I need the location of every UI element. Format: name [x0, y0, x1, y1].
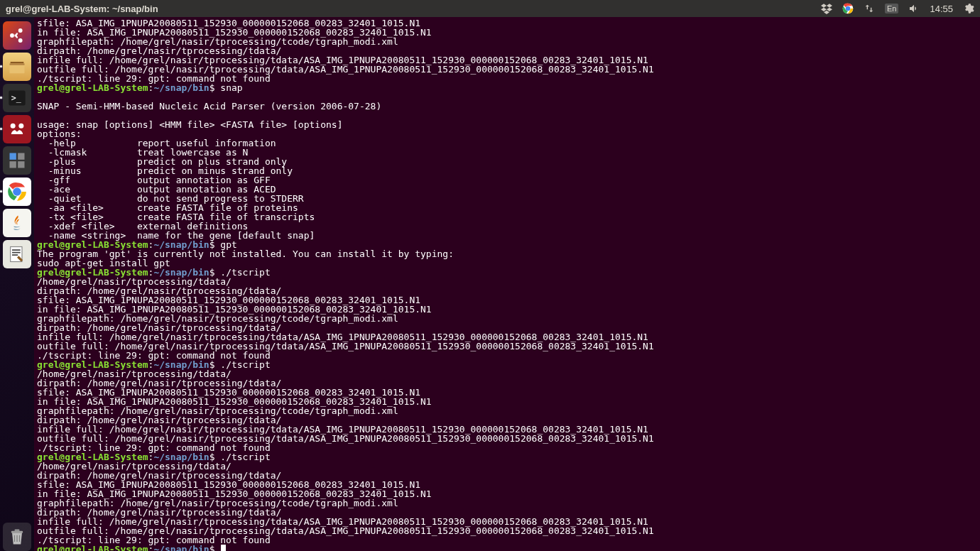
terminal-output-line: SNAP - Semi-HMM-based Nucleic Acid Parse… — [37, 102, 977, 111]
svg-rect-19 — [11, 531, 23, 533]
chrome-icon[interactable] — [3, 178, 31, 206]
svg-point-11 — [18, 124, 23, 129]
svg-point-10 — [11, 124, 16, 129]
cursor — [221, 545, 226, 551]
keyboard-lang-indicator[interactable]: En — [885, 4, 898, 13]
prompt-line: grel@grel-LAB-System:~/snap/bin$ snap — [37, 83, 977, 92]
files-icon[interactable] — [3, 53, 31, 81]
editor-icon[interactable] — [3, 240, 31, 268]
clock[interactable]: 14:55 — [930, 4, 953, 14]
svg-point-17 — [13, 187, 21, 196]
svg-point-4 — [18, 38, 23, 43]
terminal-icon[interactable]: >_ — [3, 84, 31, 112]
dash-icon[interactable] — [3, 21, 31, 50]
terminal-viewport[interactable]: sfile: ASA_IMG_1PNUPA20080511_152930_000… — [34, 17, 980, 551]
workspace-icon[interactable] — [3, 146, 31, 175]
dropbox-icon[interactable] — [821, 3, 832, 14]
svg-rect-7 — [10, 63, 25, 65]
svg-point-1 — [846, 6, 851, 11]
svg-rect-15 — [18, 161, 24, 168]
svg-point-2 — [10, 33, 14, 38]
network-icon[interactable] — [864, 3, 875, 14]
java-icon[interactable] — [3, 209, 31, 237]
terminal-output-line: usage: snap [options] <HMM file> <FASTA … — [37, 120, 977, 129]
svg-rect-14 — [10, 161, 16, 168]
system-indicators: En 14:55 — [821, 3, 974, 14]
unity-launcher: >_ — [0, 17, 34, 551]
svg-rect-20 — [15, 530, 20, 531]
volume-icon[interactable] — [908, 3, 920, 14]
gear-icon[interactable] — [963, 3, 974, 14]
svg-rect-13 — [18, 153, 24, 160]
svg-rect-12 — [10, 153, 16, 160]
svg-point-3 — [18, 28, 23, 33]
terminal-output-line: The program 'gpt' is currently not insta… — [37, 249, 977, 258]
top-panel: grel@grel-LAB-System: ~/snap/bin En 14:5… — [0, 0, 980, 17]
svg-text:>_: >_ — [11, 93, 22, 103]
prompt-line-current[interactable]: grel@grel-LAB-System:~/snap/bin$ — [37, 545, 977, 551]
trash-icon[interactable] — [3, 523, 31, 551]
mendeley-icon[interactable] — [3, 115, 31, 143]
chrome-indicator-icon[interactable] — [842, 3, 854, 14]
window-title: grel@grel-LAB-System: ~/snap/bin — [6, 4, 821, 14]
